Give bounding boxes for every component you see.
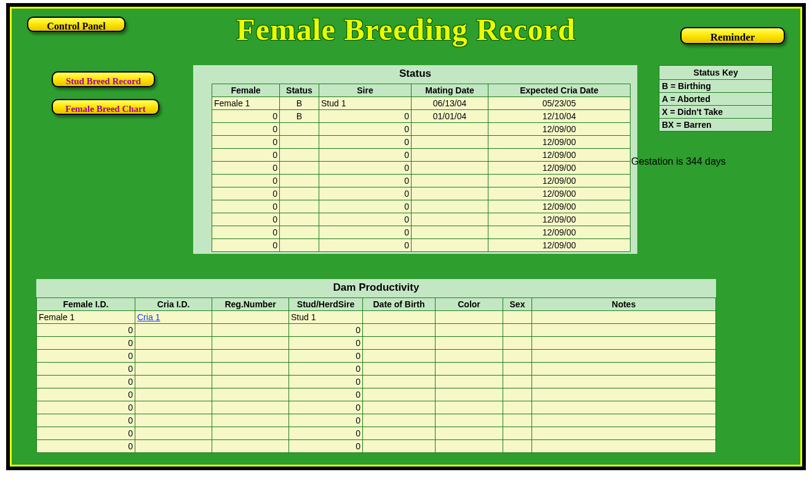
status-cell[interactable] bbox=[280, 175, 319, 187]
dam-cell[interactable] bbox=[532, 427, 716, 440]
status-cell[interactable] bbox=[412, 123, 488, 136]
status-cell[interactable]: 0 bbox=[319, 239, 412, 252]
status-row[interactable]: 0012/09/00 bbox=[212, 175, 631, 187]
status-cell[interactable]: B bbox=[280, 97, 319, 110]
status-cell[interactable]: 01/01/04 bbox=[412, 110, 488, 123]
status-cell[interactable]: 12/09/00 bbox=[488, 213, 631, 226]
dam-row[interactable]: 00 bbox=[37, 440, 716, 453]
dam-cell[interactable] bbox=[212, 311, 289, 324]
status-row[interactable]: 0012/09/00 bbox=[212, 239, 631, 252]
status-cell[interactable] bbox=[412, 162, 488, 175]
dam-cell[interactable] bbox=[503, 376, 532, 388]
status-row[interactable]: 0012/09/00 bbox=[212, 162, 631, 175]
dam-cell[interactable] bbox=[532, 324, 716, 337]
dam-cell[interactable]: 0 bbox=[37, 427, 135, 440]
dam-row[interactable]: 00 bbox=[37, 350, 716, 363]
dam-cell[interactable]: 0 bbox=[289, 337, 363, 350]
status-cell[interactable]: 12/09/00 bbox=[488, 149, 631, 162]
dam-cell[interactable] bbox=[212, 401, 289, 414]
status-cell[interactable]: 0 bbox=[319, 175, 412, 187]
dam-cell[interactable]: 0 bbox=[289, 388, 363, 401]
dam-cell[interactable] bbox=[436, 350, 503, 363]
status-cell[interactable]: 05/23/05 bbox=[488, 97, 631, 110]
status-cell[interactable] bbox=[412, 200, 488, 213]
status-row[interactable]: 0012/09/00 bbox=[212, 187, 631, 200]
status-cell[interactable]: 0 bbox=[212, 187, 280, 200]
dam-cell[interactable] bbox=[436, 440, 503, 453]
dam-cell[interactable] bbox=[212, 414, 289, 427]
status-cell[interactable]: 12/09/00 bbox=[488, 200, 631, 213]
dam-cell[interactable] bbox=[532, 337, 716, 350]
dam-cell[interactable] bbox=[135, 440, 212, 453]
status-row[interactable]: 0012/09/00 bbox=[212, 213, 631, 226]
dam-row[interactable]: 00 bbox=[37, 427, 716, 440]
dam-cell[interactable] bbox=[436, 401, 503, 414]
dam-cell[interactable] bbox=[436, 337, 503, 350]
dam-cell[interactable] bbox=[212, 376, 289, 388]
dam-cell[interactable] bbox=[363, 376, 436, 388]
status-cell[interactable] bbox=[280, 187, 319, 200]
dam-cell[interactable] bbox=[436, 376, 503, 388]
status-cell[interactable]: 12/09/00 bbox=[488, 226, 631, 239]
dam-cell[interactable]: 0 bbox=[289, 350, 363, 363]
status-cell[interactable]: 0 bbox=[319, 187, 412, 200]
status-cell[interactable]: Stud 1 bbox=[319, 97, 412, 110]
status-cell[interactable]: 0 bbox=[212, 239, 280, 252]
dam-cell[interactable] bbox=[363, 337, 436, 350]
dam-cell[interactable] bbox=[135, 414, 212, 427]
dam-cell[interactable] bbox=[503, 388, 532, 401]
dam-cell[interactable]: 0 bbox=[289, 440, 363, 453]
status-row[interactable]: 0012/09/00 bbox=[212, 226, 631, 239]
dam-cell[interactable] bbox=[436, 388, 503, 401]
status-cell[interactable]: 12/09/00 bbox=[488, 162, 631, 175]
dam-cell[interactable] bbox=[363, 427, 436, 440]
status-cell[interactable]: 0 bbox=[319, 226, 412, 239]
dam-cell[interactable]: Female 1 bbox=[37, 311, 135, 324]
status-cell[interactable]: 12/09/00 bbox=[488, 123, 631, 136]
status-cell[interactable]: 12/09/00 bbox=[488, 187, 631, 200]
status-cell[interactable] bbox=[280, 123, 319, 136]
status-cell[interactable] bbox=[280, 239, 319, 252]
status-cell[interactable]: 12/09/00 bbox=[488, 239, 631, 252]
dam-cell[interactable] bbox=[503, 427, 532, 440]
dam-cell[interactable]: 0 bbox=[37, 376, 135, 388]
dam-cell[interactable] bbox=[532, 388, 716, 401]
dam-cell[interactable] bbox=[212, 350, 289, 363]
status-row[interactable]: 0012/09/00 bbox=[212, 136, 631, 149]
dam-cell[interactable] bbox=[532, 414, 716, 427]
dam-cell[interactable] bbox=[212, 388, 289, 401]
dam-cell[interactable]: 0 bbox=[37, 324, 135, 337]
status-cell[interactable]: B bbox=[280, 110, 319, 123]
dam-cell[interactable]: 0 bbox=[289, 363, 363, 376]
dam-cell[interactable] bbox=[363, 401, 436, 414]
dam-cell[interactable] bbox=[532, 376, 716, 388]
status-cell[interactable]: 0 bbox=[319, 136, 412, 149]
dam-row[interactable]: 00 bbox=[37, 388, 716, 401]
status-cell[interactable] bbox=[412, 239, 488, 252]
status-cell[interactable] bbox=[280, 200, 319, 213]
status-cell[interactable] bbox=[280, 213, 319, 226]
dam-cell[interactable] bbox=[503, 350, 532, 363]
dam-cell[interactable] bbox=[363, 324, 436, 337]
status-cell[interactable]: 0 bbox=[319, 200, 412, 213]
dam-cell[interactable] bbox=[363, 311, 436, 324]
stud-breed-record-button[interactable]: Stud Breed Record bbox=[52, 71, 155, 87]
status-row[interactable]: 0012/09/00 bbox=[212, 200, 631, 213]
dam-cell[interactable] bbox=[532, 350, 716, 363]
dam-cell[interactable] bbox=[436, 324, 503, 337]
status-cell[interactable]: 0 bbox=[319, 123, 412, 136]
status-cell[interactable]: 0 bbox=[212, 110, 280, 123]
dam-cell[interactable] bbox=[212, 337, 289, 350]
dam-cell[interactable] bbox=[363, 350, 436, 363]
dam-cell[interactable] bbox=[363, 440, 436, 453]
dam-row[interactable]: Female 1Cria 1Stud 1 bbox=[37, 311, 716, 324]
dam-cell[interactable] bbox=[503, 401, 532, 414]
status-cell[interactable] bbox=[280, 136, 319, 149]
status-cell[interactable]: 0 bbox=[212, 213, 280, 226]
dam-cell[interactable] bbox=[503, 440, 532, 453]
status-cell[interactable]: 0 bbox=[319, 149, 412, 162]
status-cell[interactable] bbox=[412, 187, 488, 200]
status-cell[interactable] bbox=[412, 149, 488, 162]
dam-cell[interactable]: 0 bbox=[37, 401, 135, 414]
dam-cell[interactable]: 0 bbox=[289, 414, 363, 427]
